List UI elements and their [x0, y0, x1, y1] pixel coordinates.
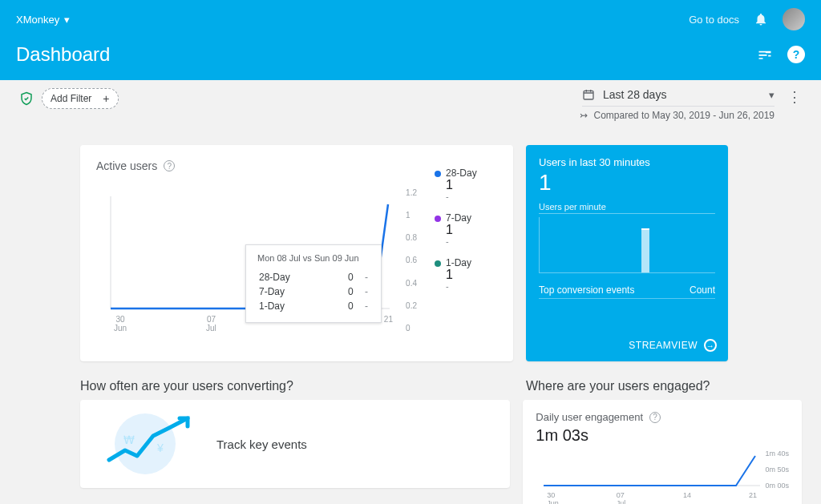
- overflow-menu-icon[interactable]: ⋮: [779, 88, 802, 106]
- project-name: XMonkey: [16, 14, 59, 26]
- date-range-selector[interactable]: Last 28 days ▾: [582, 88, 774, 107]
- active-users-chart[interactable]: 1.2 1 0.8 0.6 0.4 0.2 0 30Jun 07Jul 14 2…: [101, 188, 398, 333]
- chevron-down-icon: ▾: [64, 14, 70, 26]
- top-conversion-events-label: Top conversion events: [539, 284, 634, 296]
- count-label: Count: [690, 284, 715, 296]
- legend-dot-icon: [435, 260, 441, 267]
- svg-text:¥: ¥: [156, 442, 164, 454]
- shield-icon: [19, 91, 34, 106]
- users-per-minute-chart: [539, 217, 715, 273]
- track-key-events-label: Track key events: [216, 437, 307, 451]
- app-header: XMonkey ▾ Go to docs Dashboard ?: [0, 0, 821, 80]
- active-users-card: Active users ? 1.2 1 0.8 0.6 0.4 0.2 0 3…: [80, 145, 513, 361]
- bell-icon[interactable]: [754, 12, 768, 26]
- svg-rect-0: [584, 91, 593, 99]
- legend-dot-icon: [435, 171, 441, 177]
- legend-item: 7-Day 1 -: [435, 212, 499, 246]
- tooltip-title: Mon 08 Jul vs Sun 09 Jun: [257, 253, 370, 263]
- daily-engagement-chart[interactable]: 1m 40s 0m 50s 0m 00s: [536, 450, 789, 490]
- daily-engagement-card: Daily user engagement ? 1m 03s 1m 40s 0m…: [523, 400, 802, 504]
- plus-icon: +: [103, 92, 109, 105]
- chart-y-axis: 1.2 1 0.8 0.6 0.4 0.2 0: [406, 188, 417, 333]
- info-icon[interactable]: ?: [164, 160, 175, 171]
- users-30min-card: Users in last 30 minutes 1 Users per min…: [526, 145, 728, 361]
- daily-engagement-value: 1m 03s: [536, 426, 789, 445]
- compare-icon: ↣: [580, 110, 588, 121]
- tooltip-row: 1-Day0-: [259, 300, 368, 312]
- tooltip-row: 28-Day0-: [259, 271, 368, 284]
- converting-section-title: How often are your users converting?: [80, 379, 513, 393]
- legend-item: 1-Day 1 -: [435, 257, 499, 291]
- engagement-x-axis: 30Jun 07Jul 14 21: [536, 490, 789, 504]
- users-30min-value: 1: [539, 170, 715, 196]
- help-icon[interactable]: ?: [787, 46, 805, 63]
- avatar[interactable]: [783, 8, 805, 30]
- track-illustration-icon: ₩ ¥: [93, 412, 197, 476]
- streamview-link[interactable]: STREAMVIEW →: [629, 339, 717, 352]
- active-users-title: Active users: [96, 159, 157, 172]
- arrow-right-icon: →: [704, 339, 717, 352]
- calendar-icon: [582, 88, 595, 101]
- engagement-y-axis: 1m 40s 0m 50s 0m 00s: [765, 450, 789, 490]
- daily-engagement-title: Daily user engagement: [536, 411, 643, 423]
- page-title: Dashboard: [16, 43, 110, 66]
- project-selector[interactable]: XMonkey ▾: [16, 14, 70, 26]
- users-per-minute-label: Users per minute: [539, 202, 715, 214]
- add-filter-button[interactable]: Add Filter +: [42, 88, 119, 109]
- tune-icon[interactable]: [757, 46, 773, 62]
- svg-text:₩: ₩: [123, 433, 135, 446]
- legend-item: 28-Day 1 -: [435, 167, 499, 201]
- engaged-section-title: Where are your users engaged?: [526, 379, 802, 393]
- date-range-label: Last 28 days: [603, 88, 761, 101]
- chart-legend: 28-Day 1 - 7-Day 1 - 1-Day 1 -: [435, 167, 499, 302]
- tooltip-row: 7-Day0-: [259, 285, 368, 298]
- chevron-down-icon: ▾: [769, 89, 774, 101]
- users-30min-title: Users in last 30 minutes: [539, 156, 715, 168]
- legend-dot-icon: [435, 216, 441, 222]
- filter-bar: Add Filter + Last 28 days ▾ ↣ Compared t…: [0, 80, 821, 121]
- info-icon[interactable]: ?: [649, 412, 661, 423]
- chart-tooltip: Mon 08 Jul vs Sun 09 Jun 28-Day0- 7-Day0…: [245, 244, 382, 323]
- go-to-docs-link[interactable]: Go to docs: [689, 14, 739, 26]
- upm-bar: [641, 228, 649, 272]
- track-key-events-card[interactable]: ₩ ¥ Track key events: [80, 400, 510, 488]
- compare-label: Compared to May 30, 2019 - Jun 26, 2019: [594, 110, 774, 121]
- add-filter-label: Add Filter: [51, 93, 91, 104]
